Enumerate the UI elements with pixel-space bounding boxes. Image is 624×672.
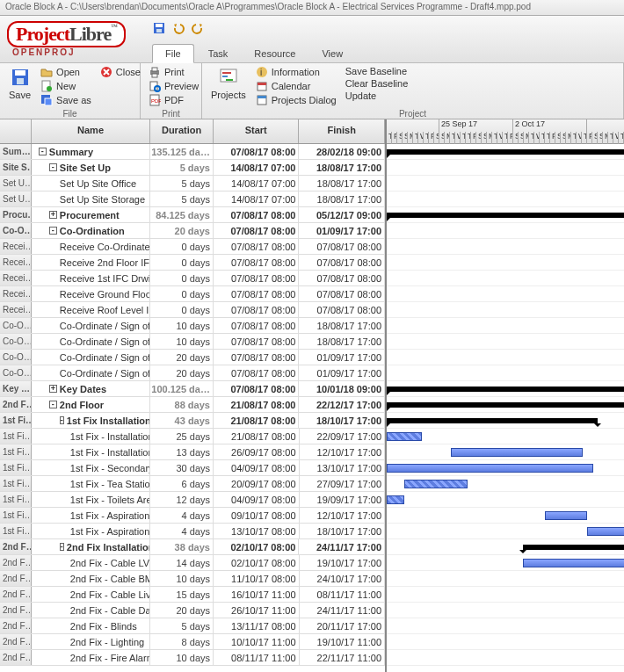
row-name[interactable]: 2nd Fix - Blinds [32, 618, 151, 633]
row-start[interactable]: 07/08/17 08:00 [214, 318, 300, 333]
gantt-row[interactable] [387, 634, 624, 650]
summary-bar[interactable] [387, 213, 624, 218]
table-row[interactable]: 2nd F…-2nd Floor88 days21/08/17 08:0022/… [0, 397, 385, 413]
row-name[interactable]: Receive 2nd Floor IFC Drw [32, 255, 150, 270]
row-name[interactable]: 1st Fix - Toilets Area [32, 492, 151, 507]
save-button[interactable]: Save [5, 65, 34, 107]
gantt-row[interactable] [387, 223, 624, 239]
row-start[interactable]: 07/08/17 08:00 [214, 223, 300, 238]
gantt-row[interactable] [387, 176, 624, 191]
table-row[interactable]: 2nd F…2nd Fix - Fire Alarm10 days08/11/1… [0, 650, 385, 666]
gantt-row[interactable] [387, 381, 624, 397]
row-finish[interactable]: 18/10/17 17:00 [300, 524, 386, 538]
expand-toggle[interactable]: - [60, 416, 64, 424]
row-start[interactable]: 07/08/17 08:00 [214, 334, 300, 349]
row-duration[interactable]: 5 days [150, 176, 214, 191]
row-name[interactable]: 2nd Fix - Lighting [32, 634, 151, 649]
row-name[interactable]: Receive Roof Level IFC D [32, 302, 150, 317]
projects-button[interactable]: Projects [207, 65, 250, 107]
row-start[interactable]: 07/08/17 08:00 [214, 365, 300, 380]
table-row[interactable]: 1st Fi…1st Fix - Aspiration Syst4 days09… [0, 508, 385, 524]
gantt-row[interactable] [387, 413, 624, 429]
row-start[interactable]: 26/10/17 11:00 [214, 603, 300, 618]
row-finish[interactable]: 24/10/17 17:00 [300, 571, 386, 586]
pdf-button[interactable]: PDFPDF [146, 93, 201, 107]
col-finish-header[interactable]: Finish [299, 119, 385, 143]
gantt-row[interactable] [387, 397, 624, 413]
row-duration[interactable]: 8 days [150, 634, 214, 649]
row-finish[interactable]: 01/09/17 17:00 [299, 223, 385, 238]
gantt-row[interactable] [387, 144, 624, 160]
col-name-header[interactable]: Name [32, 119, 150, 143]
table-row[interactable]: Recei…Receive 1st IFC Drwings0 days07/08… [0, 271, 385, 286]
row-duration[interactable]: 10 days [150, 334, 214, 349]
row-finish[interactable]: 22/11/17 11:00 [300, 650, 386, 665]
row-finish[interactable]: 10/01/18 09:00 [299, 381, 385, 396]
saveas-button[interactable]: Save as [38, 93, 94, 107]
gantt-row[interactable] [387, 539, 624, 555]
gantt-row[interactable] [387, 350, 624, 365]
row-start[interactable]: 02/10/17 08:00 [214, 555, 300, 570]
row-duration[interactable]: 10 days [150, 650, 214, 665]
row-name[interactable]: 1st Fix - Installation of I [32, 444, 151, 459]
table-row[interactable]: 1st Fi…1st Fix - Installation of I13 day… [0, 444, 385, 460]
row-finish[interactable]: 20/11/17 17:00 [300, 618, 386, 633]
redo-icon[interactable] [191, 21, 205, 35]
table-row[interactable]: Set U…Set Up Site Office5 days14/08/17 0… [0, 176, 385, 191]
grid-body[interactable]: Sum…-Summary135.125 da…07/08/17 08:0028/… [0, 144, 385, 672]
table-row[interactable]: 2nd F…2nd Fix - Blinds5 days13/11/17 08:… [0, 618, 385, 634]
row-duration[interactable]: 12 days [150, 492, 214, 507]
row-name[interactable]: 1st Fix - Secondary Cor [32, 460, 151, 475]
row-finish[interactable]: 19/10/17 17:00 [300, 555, 386, 570]
menu-tab-file[interactable]: File [152, 44, 194, 63]
gantt-row[interactable] [387, 603, 624, 618]
row-duration[interactable]: 5 days [150, 191, 214, 206]
row-finish[interactable]: 24/11/17 17:00 [299, 539, 385, 554]
row-duration[interactable]: 135.125 da… [150, 144, 214, 159]
row-start[interactable]: 07/08/17 08:00 [214, 302, 300, 317]
table-row[interactable]: 2nd F…2nd Fix - Lighting8 days10/10/17 1… [0, 634, 385, 650]
row-start[interactable]: 07/08/17 08:00 [214, 239, 300, 254]
row-name[interactable]: Co-Ordinate / Sign off & I [32, 318, 150, 333]
row-duration[interactable]: 15 days [150, 587, 214, 602]
row-start[interactable]: 14/08/17 07:00 [214, 176, 300, 191]
summary-bar[interactable] [387, 387, 624, 392]
row-name[interactable]: -Co-Ordination [32, 223, 150, 238]
row-start[interactable]: 20/09/17 08:00 [214, 476, 300, 491]
row-duration[interactable]: 38 days [150, 539, 214, 554]
row-finish[interactable]: 12/10/17 17:00 [300, 444, 386, 459]
table-row[interactable]: 2nd F…2nd Fix - Cable Data Ins20 days26/… [0, 603, 385, 618]
task-bar[interactable] [587, 527, 624, 536]
row-duration[interactable]: 0 days [150, 239, 214, 254]
row-name[interactable]: 2nd Fix - Cable Live Sav [32, 587, 151, 602]
row-finish[interactable]: 13/10/17 17:00 [300, 460, 386, 475]
gantt-row[interactable] [387, 508, 624, 524]
row-name[interactable]: -2nd Floor [32, 397, 150, 412]
row-start[interactable]: 21/08/17 08:00 [214, 397, 300, 412]
gantt-row[interactable] [387, 524, 624, 539]
expand-toggle[interactable]: - [49, 227, 57, 235]
row-start[interactable]: 11/10/17 08:00 [214, 571, 300, 586]
row-finish[interactable]: 18/08/17 17:00 [299, 318, 385, 333]
row-finish[interactable]: 27/09/17 17:00 [300, 476, 386, 491]
table-row[interactable]: Set U…Set Up Site Storage5 days14/08/17 … [0, 191, 385, 207]
gantt-row[interactable] [387, 365, 624, 381]
row-start[interactable]: 07/08/17 08:00 [214, 207, 300, 222]
new-button[interactable]: New [38, 79, 94, 93]
row-finish[interactable]: 19/10/17 11:00 [300, 634, 386, 649]
gantt-row[interactable] [387, 318, 624, 334]
row-duration[interactable]: 20 days [150, 223, 214, 238]
row-start[interactable]: 04/09/17 08:00 [214, 460, 300, 475]
row-duration[interactable]: 20 days [150, 603, 214, 618]
table-row[interactable]: 2nd F…2nd Fix - Cable BMS Sys10 days11/1… [0, 571, 385, 587]
preview-button[interactable]: Preview [146, 79, 201, 93]
menu-tab-resource[interactable]: Resource [242, 45, 308, 62]
row-name[interactable]: 1st Fix - Aspiration Syst [32, 524, 151, 538]
expand-toggle[interactable]: + [49, 211, 57, 219]
row-start[interactable]: 13/11/17 08:00 [214, 618, 300, 633]
row-start[interactable]: 07/08/17 08:00 [214, 381, 300, 396]
row-duration[interactable]: 4 days [150, 524, 214, 538]
row-start[interactable]: 14/08/17 07:00 [214, 191, 300, 206]
gantt-row[interactable] [387, 571, 624, 587]
row-duration[interactable]: 13 days [150, 444, 214, 459]
